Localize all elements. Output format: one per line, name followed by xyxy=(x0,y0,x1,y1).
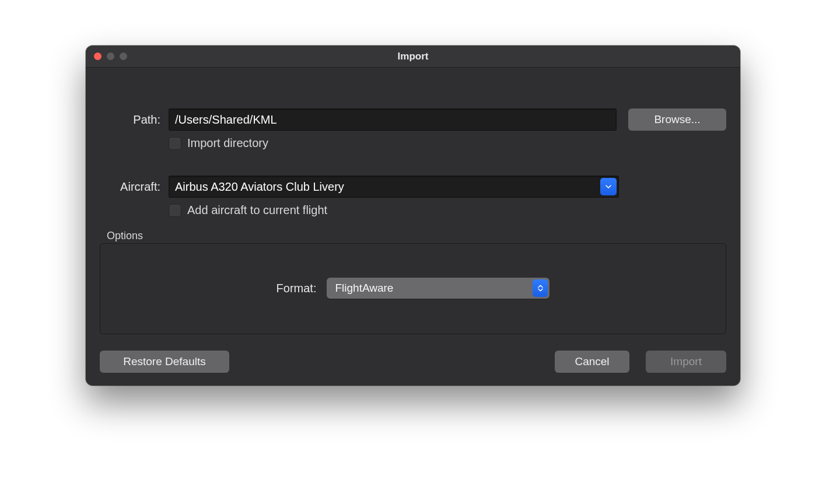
add-aircraft-label: Add aircraft to current flight xyxy=(187,204,327,217)
format-popup[interactable]: FlightAware xyxy=(327,278,550,299)
import-directory-row: Import directory xyxy=(169,136,726,150)
dialog-content: Path: Browse... Import directory Aircraf… xyxy=(86,68,740,386)
cancel-button[interactable]: Cancel xyxy=(555,351,629,373)
browse-button[interactable]: Browse... xyxy=(628,108,726,131)
dialog-footer: Restore Defaults Cancel Import xyxy=(100,351,726,373)
options-group-label: Options xyxy=(107,230,726,242)
import-dialog: Import Path: Browse... Import directory … xyxy=(86,46,740,386)
add-aircraft-row: Add aircraft to current flight xyxy=(169,204,726,217)
aircraft-dropdown-button[interactable] xyxy=(600,178,617,195)
path-label: Path: xyxy=(100,113,169,127)
import-button[interactable]: Import xyxy=(646,351,726,373)
options-group: Format: FlightAware xyxy=(100,243,726,334)
window-title: Import xyxy=(86,51,740,62)
import-directory-checkbox[interactable] xyxy=(169,137,181,150)
add-aircraft-checkbox[interactable] xyxy=(169,204,181,217)
aircraft-row: Aircraft: Airbus A320 Aviators Club Live… xyxy=(100,176,726,198)
aircraft-value: Airbus A320 Aviators Club Livery xyxy=(175,180,344,194)
restore-defaults-button[interactable]: Restore Defaults xyxy=(100,351,229,373)
path-input[interactable] xyxy=(169,108,617,131)
format-label: Format: xyxy=(276,282,317,295)
chevron-down-icon xyxy=(538,288,543,292)
path-row: Path: Browse... xyxy=(100,108,726,131)
format-value: FlightAware xyxy=(335,282,393,295)
import-directory-label: Import directory xyxy=(187,136,268,150)
titlebar: Import xyxy=(86,46,740,68)
aircraft-label: Aircraft: xyxy=(100,180,169,194)
chevron-down-icon xyxy=(605,183,612,190)
aircraft-combobox[interactable]: Airbus A320 Aviators Club Livery xyxy=(169,176,619,198)
format-stepper-button[interactable] xyxy=(533,279,548,297)
